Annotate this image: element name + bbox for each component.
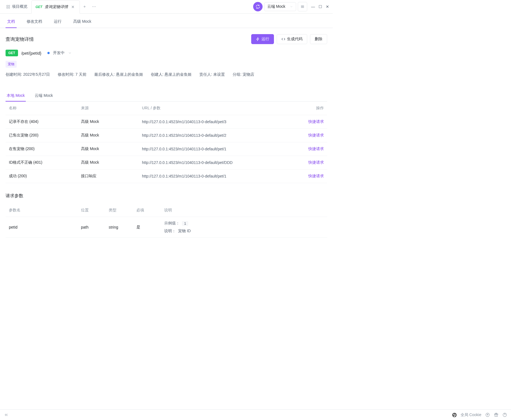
method-badge: GET (6, 50, 18, 56)
status-dot-icon (47, 52, 50, 54)
svg-rect-3 (9, 7, 10, 8)
menu-icon (300, 4, 305, 9)
refresh-icon (255, 4, 260, 9)
generate-code-button[interactable]: 生成代码 (277, 34, 307, 44)
svg-rect-0 (7, 5, 8, 6)
col-name: 名称 (9, 106, 81, 111)
code-icon (281, 37, 285, 41)
status-label: 开发中 (53, 50, 65, 55)
cell-source: 高级 Mock (81, 133, 142, 138)
param-name: petId (9, 225, 81, 229)
param-location: path (81, 225, 109, 229)
cell-url: http://127.0.0.1:4523/m1/1040113-0-defau… (142, 120, 299, 124)
more-icon[interactable]: ⋯ (89, 2, 99, 11)
grid-icon (6, 5, 10, 9)
new-tab-button[interactable]: ＋ (80, 2, 89, 11)
pcol-required: 必填 (136, 208, 164, 213)
pcol-type: 类型 (109, 208, 136, 213)
table-row: 记录不存在 (404)高级 Mockhttp://127.0.0.1:4523/… (6, 115, 327, 129)
desc-value: 宠物 ID (178, 229, 191, 234)
mock-table: 名称 来源 URL / 参数 操作 记录不存在 (404)高级 Mockhttp… (6, 102, 327, 183)
tab-local-mock[interactable]: 本地 Mock (6, 90, 26, 102)
cell-url: http://127.0.0.1:4523/m1/1040113-0-defau… (142, 174, 299, 178)
tab-doc[interactable]: 文档 (6, 16, 17, 28)
settings-button[interactable] (298, 2, 307, 11)
svg-rect-1 (9, 5, 10, 6)
cell-url: http://127.0.0.1:4523/m1/1040113-0-defau… (142, 147, 299, 151)
param-type: string (109, 225, 136, 229)
close-icon[interactable]: ✕ (70, 4, 76, 10)
svg-rect-2 (7, 7, 8, 8)
tab-title-label: 查询宠物详情 (45, 4, 68, 9)
cell-name: ID格式不正确 (401) (9, 160, 81, 165)
chevron-down-icon[interactable] (68, 51, 72, 55)
cell-name: 记录不存在 (404) (9, 119, 81, 124)
meta-group: 分组: 宠物店 (233, 72, 254, 77)
quick-request-link[interactable]: 快捷请求 (299, 160, 324, 165)
pcol-name: 参数名 (9, 208, 81, 213)
tab-cloud-mock[interactable]: 云端 Mock (34, 90, 54, 102)
tab-api-detail[interactable]: GET 查询宠物详情 ✕ (31, 0, 80, 14)
cell-name: 已售出宠物 (200) (9, 133, 81, 138)
table-row: 已售出宠物 (200)高级 Mockhttp://127.0.0.1:4523/… (6, 129, 327, 142)
quick-request-link[interactable]: 快捷请求 (299, 133, 324, 138)
chevron-down-icon (290, 5, 293, 8)
cell-source: 高级 Mock (81, 160, 142, 165)
table-row: 在售宠物 (200)高级 Mockhttp://127.0.0.1:4523/m… (6, 142, 327, 156)
tab-edit-doc[interactable]: 修改文档 (25, 16, 44, 28)
tab-advanced-mock[interactable]: 高级 Mock (72, 16, 93, 28)
table-row: ID格式不正确 (401)高级 Mockhttp://127.0.0.1:452… (6, 156, 327, 169)
environment-select[interactable]: 云端 Mock (264, 2, 296, 11)
param-required: 是 (136, 225, 164, 230)
tab-overview-label: 项目概览 (12, 4, 27, 9)
window-minimize[interactable]: — (310, 4, 316, 10)
quick-request-link[interactable]: 快捷请求 (299, 174, 324, 179)
quick-request-link[interactable]: 快捷请求 (299, 119, 324, 124)
pcol-location: 位置 (81, 208, 109, 213)
cell-url: http://127.0.0.1:4523/m1/1040113-0-defau… (142, 133, 299, 138)
sub-tab-bar: 文档 修改文档 运行 高级 Mock (0, 14, 333, 28)
window-maximize[interactable]: ☐ (317, 4, 323, 10)
cell-url: http://127.0.0.1:4523/m1/1040113-0-defau… (142, 160, 299, 165)
example-label: 示例值： (164, 221, 180, 226)
table-row: 成功 (200)接口响应http://127.0.0.1:4523/m1/104… (6, 169, 327, 183)
pcol-desc: 说明 (164, 208, 324, 213)
cell-name: 成功 (200) (9, 174, 81, 179)
api-title: 查询宠物详情 (6, 36, 34, 42)
col-source: 来源 (81, 106, 142, 111)
meta-owner: 责任人: 未设置 (199, 72, 225, 77)
env-label: 云端 Mock (267, 4, 285, 9)
tab-method-badge: GET (35, 5, 42, 9)
desc-label: 说明： (164, 229, 176, 234)
col-action: 操作 (299, 106, 324, 111)
meta-last-modifier: 最后修改人: 悬崖上的金鱼姬 (94, 72, 143, 77)
cell-source: 接口响应 (81, 174, 142, 179)
cell-source: 高级 Mock (81, 146, 142, 151)
lightning-icon (256, 37, 260, 41)
run-button[interactable]: 运行 (251, 34, 274, 44)
cell-name: 在售宠物 (200) (9, 146, 81, 151)
param-row: petId path string 是 示例值： 1 说明： 宠物 ID (6, 217, 327, 238)
api-tag[interactable]: 宠物 (6, 61, 17, 68)
cell-source: 高级 Mock (81, 119, 142, 124)
quick-request-link[interactable]: 快捷请求 (299, 146, 324, 151)
meta-creator: 创建人: 悬崖上的金鱼姬 (151, 72, 192, 77)
sync-button[interactable] (253, 2, 263, 11)
meta-modified: 修改时间: 7 天前 (58, 72, 86, 77)
params-section-title: 请求参数 (6, 193, 327, 199)
col-url: URL / 参数 (142, 106, 299, 111)
tab-project-overview[interactable]: 项目概览 (2, 0, 31, 13)
example-value: 1 (182, 221, 188, 226)
window-close[interactable]: ✕ (324, 4, 331, 10)
delete-button[interactable]: 删除 (310, 34, 327, 44)
meta-created: 创建时间: 2022年5月27日 (6, 72, 50, 77)
api-path: /pet/{petId} (21, 51, 42, 55)
tab-run[interactable]: 运行 (52, 16, 63, 28)
